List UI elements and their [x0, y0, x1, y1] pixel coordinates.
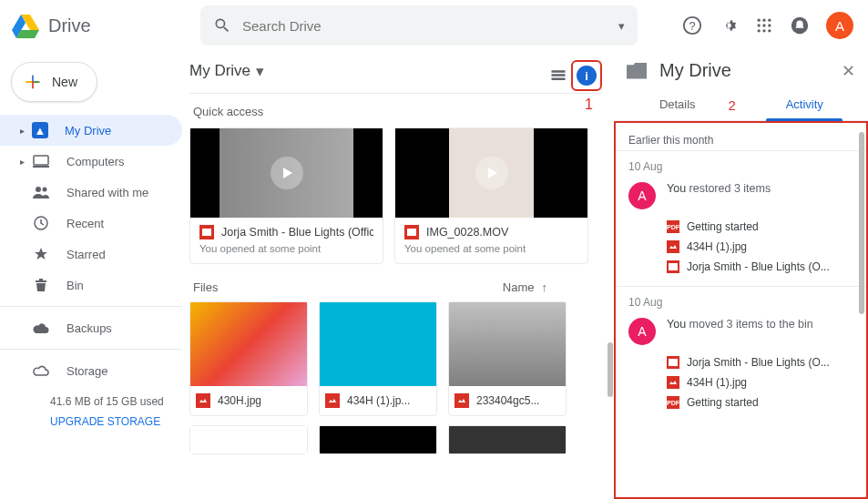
trash-icon [32, 278, 50, 292]
search-icon [213, 16, 231, 35]
app-header: Drive ▾ ? A [0, 0, 868, 51]
svg-point-17 [36, 187, 41, 192]
pdf-file-icon: PDF [667, 396, 679, 409]
sidebar-item-computers[interactable]: ▸Computers [0, 146, 182, 177]
new-button[interactable]: New [11, 62, 97, 102]
svg-point-7 [768, 19, 771, 22]
info-button-highlight: i [571, 60, 602, 91]
user-avatar[interactable]: A [826, 12, 853, 39]
computers-icon [32, 155, 50, 168]
drive-logo-icon [9, 9, 42, 42]
annotation-2: 2 [729, 97, 736, 113]
sidebar-item-storage[interactable]: Storage [0, 355, 182, 386]
svg-point-10 [768, 24, 771, 26]
activity-file[interactable]: PDFGetting started [667, 217, 853, 237]
svg-point-11 [758, 29, 761, 32]
scrollbar[interactable] [859, 132, 864, 314]
activity-file[interactable]: Jorja Smith - Blue Lights (O... [667, 257, 853, 277]
search-input[interactable] [242, 18, 618, 34]
sidebar-item-backups[interactable]: Backups [0, 312, 182, 343]
cloud-icon [32, 322, 50, 333]
list-view-icon[interactable] [549, 66, 567, 85]
file-card[interactable]: 430H.jpg [189, 301, 308, 416]
sidebar-item-recent[interactable]: Recent [0, 208, 182, 239]
sidebar-item-starred[interactable]: Starred [0, 239, 182, 270]
file-thumbnail [449, 426, 566, 453]
svg-rect-22 [669, 263, 678, 270]
chevron-down-icon: ▾ [256, 62, 264, 81]
svg-point-18 [43, 188, 47, 192]
settings-icon[interactable] [719, 15, 739, 36]
notifications-icon[interactable] [790, 15, 810, 36]
image-file-icon [196, 393, 210, 408]
logo-area[interactable]: Drive [9, 9, 191, 42]
svg-point-13 [768, 29, 771, 32]
file-thumbnail [320, 426, 436, 453]
svg-rect-16 [33, 166, 49, 168]
upgrade-storage-link[interactable]: UPGRADE STORAGE [50, 415, 171, 428]
breadcrumb[interactable]: My Drive ▾ [189, 51, 602, 91]
play-icon [271, 157, 303, 189]
sidebar-item-shared[interactable]: Shared with me [0, 177, 182, 208]
info-button[interactable]: i [577, 66, 597, 86]
help-icon[interactable]: ? [682, 15, 702, 36]
activity-file[interactable]: PDFGetting started [667, 392, 853, 412]
file-card[interactable]: 233404gc5... [448, 301, 567, 416]
sidebar-item-bin[interactable]: Bin [0, 270, 182, 300]
recent-icon [32, 216, 50, 230]
pdf-file-icon: PDF [667, 220, 679, 233]
quick-access-card[interactable]: IMG_0028.MOVYou opened at some point [394, 127, 588, 264]
scrollbar[interactable] [608, 342, 613, 397]
activity-text: You moved 3 items to the bin [667, 318, 813, 331]
app-name: Drive [48, 15, 91, 36]
cloud-outline-icon [32, 365, 50, 376]
activity-avatar: A [628, 182, 656, 209]
activity-file[interactable]: 434H (1).jpg [667, 237, 853, 257]
main-content: My Drive ▾ i 1 Quick access Jorja Smith … [182, 51, 613, 499]
shared-icon [32, 186, 50, 199]
apps-icon[interactable] [755, 16, 773, 35]
image-thumbnail [190, 302, 307, 386]
svg-point-5 [758, 19, 761, 22]
activity-file[interactable]: Jorja Smith - Blue Lights (O... [667, 352, 853, 372]
image-file-icon [667, 240, 679, 253]
details-panel-title: My Drive [659, 60, 842, 81]
plus-icon [23, 72, 43, 92]
video-thumbnail [395, 128, 587, 218]
image-file-icon [667, 376, 679, 389]
activity-list: Earlier this month 10 Aug A You restored… [614, 121, 868, 499]
svg-rect-15 [34, 156, 48, 165]
folder-icon [627, 63, 647, 79]
video-file-icon [667, 260, 679, 273]
search-options-icon[interactable]: ▾ [618, 19, 625, 33]
svg-point-8 [758, 24, 761, 26]
svg-rect-20 [202, 229, 211, 236]
file-card[interactable]: 434H (1).jp... [319, 301, 437, 416]
svg-rect-23 [669, 359, 678, 366]
close-icon[interactable]: ✕ [842, 61, 855, 81]
image-file-icon [454, 393, 469, 408]
quick-access-title: Quick access [193, 105, 602, 118]
quick-access-card[interactable]: Jorja Smith - Blue Lights (Offici...You … [189, 127, 383, 264]
tab-details[interactable]: Details [614, 88, 741, 120]
activity-file[interactable]: 434H (1).jpg [667, 372, 853, 392]
search-bar[interactable]: ▾ [200, 5, 638, 46]
storage-usage: 41.6 MB of 15 GB used [50, 395, 171, 408]
activity-text: You restored 3 items [667, 182, 771, 195]
sidebar-item-my-drive[interactable]: ▸▲My Drive [0, 115, 182, 146]
arrow-up-icon: ↑ [542, 280, 548, 294]
new-button-label: New [52, 75, 77, 89]
file-card[interactable] [448, 425, 567, 454]
tab-activity[interactable]: Activity [741, 88, 869, 120]
file-card[interactable] [319, 425, 437, 454]
image-file-icon [325, 393, 340, 408]
details-panel: My Drive ✕ Details 2 Activity Earlier th… [613, 51, 868, 499]
file-card[interactable] [189, 425, 308, 454]
svg-point-12 [762, 29, 765, 32]
sort-control[interactable]: Name↑ [503, 280, 547, 294]
activity-section-header: Earlier this month [616, 127, 866, 151]
activity-avatar: A [628, 318, 656, 345]
activity-block: 10 Aug A You moved 3 items to the bin Jo… [616, 287, 866, 422]
star-icon [32, 247, 50, 261]
video-thumbnail [190, 128, 383, 218]
